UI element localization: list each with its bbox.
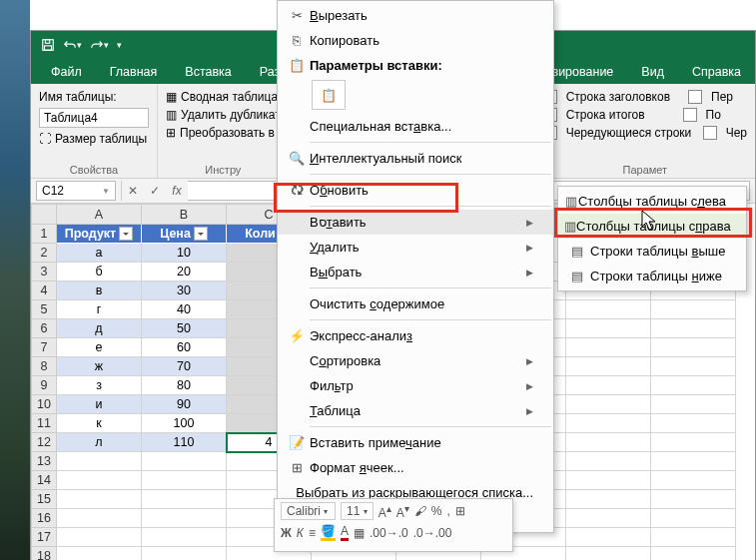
cell[interactable]	[566, 452, 651, 471]
cm-paste-special[interactable]: Специальная вставка...	[278, 114, 553, 139]
cell[interactable]	[57, 490, 142, 509]
tab-view[interactable]: Вид	[627, 60, 678, 84]
increase-font-icon[interactable]: A▴	[378, 503, 391, 520]
cm-sort[interactable]: Сортировка▶	[278, 348, 553, 373]
cell[interactable]	[566, 376, 651, 395]
cell[interactable]	[142, 471, 227, 490]
pivot-table-button[interactable]: ▦ Сводная таблица	[166, 88, 281, 106]
table-header-cell[interactable]: Цена	[142, 225, 227, 244]
decrease-decimal-icon[interactable]: .00→.0	[370, 526, 408, 540]
font-size-dropdown[interactable]: 11 ▾	[341, 502, 374, 520]
cell[interactable]: б	[57, 263, 142, 281]
col-header[interactable]: B	[142, 205, 227, 225]
cell[interactable]: 60	[142, 338, 227, 357]
filter-dropdown-icon[interactable]	[119, 227, 133, 241]
sm-cols-left[interactable]: ▥Столбцы таблицы слева	[558, 189, 746, 214]
cm-insert[interactable]: Вסтавить▶	[278, 210, 553, 235]
decrease-font-icon[interactable]: A▾	[396, 503, 409, 520]
cell[interactable]	[57, 547, 142, 561]
cm-filter[interactable]: Фильтр▶	[278, 373, 553, 398]
cell[interactable]: 70	[142, 357, 227, 376]
cell[interactable]: 10	[142, 244, 227, 263]
cm-copy[interactable]: ⎘Копировать	[278, 28, 553, 53]
cm-smart-lookup[interactable]: 🔍Интеллектуальный поиск	[278, 146, 553, 171]
italic-button[interactable]: К	[297, 526, 304, 540]
name-box[interactable]: C12▼	[36, 181, 116, 201]
cm-quick-analysis[interactable]: ⚡Экспресс-анализ	[278, 323, 553, 348]
cm-table[interactable]: Таблица▶	[278, 398, 553, 423]
cell[interactable]	[566, 471, 651, 490]
cell[interactable]: 20	[142, 263, 227, 281]
cm-delete[interactable]: Удалить▶	[278, 235, 553, 260]
cell[interactable]	[651, 433, 736, 452]
col-header[interactable]: A	[57, 205, 142, 225]
cell[interactable]	[566, 547, 651, 561]
tab-home[interactable]: Главная	[96, 60, 172, 84]
cell[interactable]	[57, 528, 142, 547]
format-painter-icon[interactable]: 🖌	[414, 504, 426, 518]
cell[interactable]	[566, 433, 651, 452]
cell[interactable]	[566, 414, 651, 433]
bold-button[interactable]: Ж	[281, 526, 292, 540]
align-icon[interactable]: ≡	[309, 526, 316, 540]
banded-cols-checkbox[interactable]	[703, 126, 717, 140]
increase-decimal-icon[interactable]: .0→.00	[413, 526, 452, 540]
cell[interactable]	[566, 300, 651, 319]
cell[interactable]	[651, 528, 736, 547]
cell[interactable]	[57, 471, 142, 490]
cell[interactable]: в	[57, 281, 142, 300]
row-header[interactable]: 13	[32, 452, 57, 471]
cancel-formula-icon[interactable]: ✕	[122, 184, 144, 198]
row-header[interactable]: 11	[32, 414, 57, 433]
row-header[interactable]: 12	[32, 433, 57, 452]
cell[interactable]	[566, 338, 651, 357]
remove-duplicates-button[interactable]: ▥ Удалить дубликат	[166, 106, 281, 124]
cell[interactable]	[651, 338, 736, 357]
sm-cols-right[interactable]: ▥Столбцы таблицы справа	[558, 214, 746, 239]
cell[interactable]	[651, 300, 736, 319]
font-name-dropdown[interactable]: Calibri ▾	[281, 502, 336, 520]
cell[interactable]	[142, 547, 227, 561]
cell[interactable]	[651, 319, 736, 338]
cell[interactable]	[142, 528, 227, 547]
row-header[interactable]: 3	[32, 263, 57, 281]
cell[interactable]: г	[57, 300, 142, 319]
cell[interactable]	[566, 490, 651, 509]
row-header[interactable]: 7	[32, 338, 57, 357]
cell[interactable]	[566, 528, 651, 547]
convert-range-button[interactable]: ⊞ Преобразовать в	[166, 124, 281, 142]
row-header[interactable]: 15	[32, 490, 57, 509]
sm-rows-above[interactable]: ▤Строки таблицы выше	[558, 239, 746, 264]
row-header[interactable]: 6	[32, 319, 57, 338]
first-column-checkbox[interactable]	[688, 90, 702, 104]
row-header[interactable]: 9	[32, 376, 57, 395]
row-header[interactable]: 16	[32, 509, 57, 528]
cell[interactable]: 100	[142, 414, 227, 433]
percent-icon[interactable]: %	[431, 504, 442, 518]
cm-insert-comment[interactable]: 📝Вставить примечание	[278, 430, 553, 455]
cell[interactable]: 110	[142, 433, 227, 452]
row-header[interactable]: 14	[32, 471, 57, 490]
cell[interactable]: а	[57, 244, 142, 263]
cell[interactable]	[651, 547, 736, 561]
redo-icon[interactable]: ▾	[90, 38, 109, 52]
comma-icon[interactable]: ,	[446, 504, 449, 518]
cell[interactable]	[651, 376, 736, 395]
cell[interactable]	[566, 319, 651, 338]
undo-icon[interactable]: ▾	[63, 38, 82, 52]
sm-rows-below[interactable]: ▤Строки таблицы ниже	[558, 264, 746, 288]
cell[interactable]	[651, 471, 736, 490]
cell[interactable]	[651, 414, 736, 433]
tab-help[interactable]: Справка	[678, 60, 755, 84]
cell[interactable]	[566, 509, 651, 528]
tab-insert[interactable]: Вставка	[171, 60, 245, 84]
cell[interactable]	[651, 357, 736, 376]
enter-formula-icon[interactable]: ✓	[144, 184, 166, 198]
row-header[interactable]: 8	[32, 357, 57, 376]
filter-dropdown-icon[interactable]	[194, 227, 208, 241]
resize-table-button[interactable]: ⛶ Размер таблицы	[39, 130, 149, 148]
cell[interactable]	[142, 490, 227, 509]
cm-refresh[interactable]: 🗘Обновить	[278, 178, 553, 203]
cell[interactable]: 80	[142, 376, 227, 395]
row-header[interactable]: 1	[32, 225, 57, 244]
